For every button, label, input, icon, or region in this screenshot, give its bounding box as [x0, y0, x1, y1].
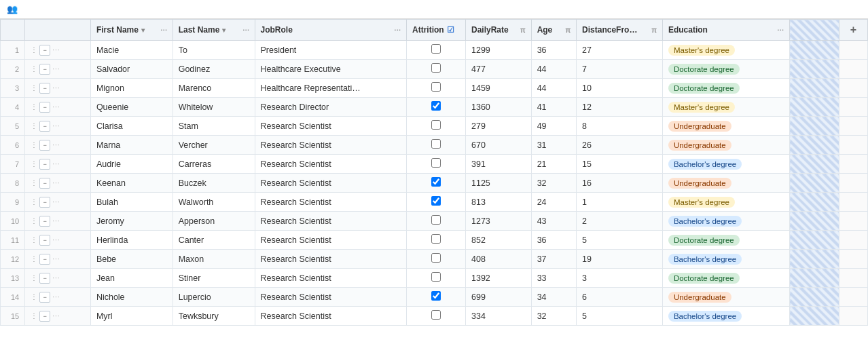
attrition-checkbox[interactable] — [431, 44, 441, 54]
attrition-checkbox[interactable] — [431, 101, 441, 111]
collapse-button[interactable]: − — [39, 273, 50, 284]
col-education-filter-icon[interactable]: ⋯ — [777, 26, 784, 34]
cell-job-role: Research Scientist — [255, 193, 407, 212]
cell-attrition[interactable] — [407, 307, 466, 326]
col-header-attrition[interactable]: Attrition ☑ — [407, 20, 466, 41]
attrition-checkbox[interactable] — [431, 120, 441, 130]
cell-attrition[interactable] — [407, 250, 466, 269]
col-header-distance[interactable]: DistanceFro… π — [577, 20, 663, 41]
cell-job-role: President — [255, 41, 407, 60]
cell-job-role: Research Scientist — [255, 269, 407, 288]
collapse-button[interactable]: − — [39, 254, 50, 265]
cell-job-role: Research Scientist — [255, 231, 407, 250]
collapse-button[interactable]: − — [39, 45, 50, 56]
expand-icon[interactable]: ⋮ — [31, 274, 37, 282]
col-firstname-filter-icon[interactable]: ⋯ — [160, 26, 167, 34]
collapse-button[interactable]: − — [39, 140, 50, 151]
cell-first-name: Keenan — [90, 174, 173, 193]
collapse-button[interactable]: − — [39, 235, 50, 246]
cell-attrition[interactable] — [407, 212, 466, 231]
cell-attrition[interactable] — [407, 193, 466, 212]
education-badge: Bachelor's degree — [668, 216, 742, 227]
cell-education: Bachelor's degree — [662, 250, 789, 269]
col-header-age[interactable]: Age π — [531, 20, 576, 41]
cell-education: Undergraduate — [662, 117, 789, 136]
cell-attrition[interactable] — [407, 136, 466, 155]
attrition-checkbox[interactable] — [431, 158, 441, 168]
cell-daily-rate: 699 — [465, 288, 531, 307]
cell-col-a — [790, 269, 839, 288]
expand-icon[interactable]: ⋮ — [31, 160, 37, 168]
col-header-education[interactable]: Education ⋯ — [662, 20, 789, 41]
cell-daily-rate: 1392 — [465, 269, 531, 288]
col-header-dailyrate[interactable]: DailyRate π — [465, 20, 531, 41]
cell-distance: 6 — [577, 288, 663, 307]
cell-attrition[interactable] — [407, 41, 466, 60]
cell-add-placeholder — [839, 212, 867, 231]
attrition-checkbox[interactable] — [431, 310, 441, 320]
attrition-checkbox[interactable] — [431, 272, 441, 282]
cell-attrition[interactable] — [407, 288, 466, 307]
attrition-checkbox[interactable] — [431, 234, 441, 244]
collapse-button[interactable]: − — [39, 64, 50, 75]
add-column-button[interactable]: + — [850, 24, 856, 35]
attrition-checkbox[interactable] — [431, 196, 441, 206]
cell-col-a — [790, 79, 839, 98]
attrition-checkbox[interactable] — [431, 63, 441, 73]
col-header-lastname[interactable]: Last Name ▾ ⋯ — [173, 20, 255, 41]
cell-daily-rate: 391 — [465, 155, 531, 174]
education-badge: Bachelor's degree — [668, 159, 742, 170]
collapse-button[interactable]: − — [39, 83, 50, 94]
collapse-button[interactable]: − — [39, 102, 50, 113]
expand-icon[interactable]: ⋮ — [31, 236, 37, 244]
cell-add-placeholder — [839, 155, 867, 174]
cell-attrition[interactable] — [407, 60, 466, 79]
col-jobrole-filter-icon[interactable]: ⋯ — [394, 26, 401, 34]
cell-attrition[interactable] — [407, 98, 466, 117]
expand-icon[interactable]: ⋮ — [31, 122, 37, 130]
cell-attrition[interactable] — [407, 117, 466, 136]
cell-attrition[interactable] — [407, 231, 466, 250]
collapse-button[interactable]: − — [39, 178, 50, 189]
expand-icon[interactable]: ⋮ — [31, 312, 37, 320]
table-row: 3 ⋮ − ··· MignonMarencoHealthcare Repres… — [1, 79, 868, 98]
expand-icon[interactable]: ⋮ — [31, 255, 37, 263]
attrition-checkbox[interactable] — [431, 177, 441, 187]
cell-attrition[interactable] — [407, 155, 466, 174]
row-number: 5 — [1, 117, 25, 136]
expand-icon[interactable]: ⋮ — [31, 198, 37, 206]
attrition-checkbox[interactable] — [431, 139, 441, 149]
table-row: 1 ⋮ − ··· MacieToPresident12993627Master… — [1, 41, 868, 60]
expand-icon[interactable]: ⋮ — [31, 217, 37, 225]
expand-icon[interactable]: ⋮ — [31, 46, 37, 54]
education-badge: Master's degree — [668, 45, 735, 56]
cell-education: Doctorate degree — [662, 269, 789, 288]
expand-icon[interactable]: ⋮ — [31, 293, 37, 301]
collapse-button[interactable]: − — [39, 216, 50, 227]
collapse-button[interactable]: − — [39, 197, 50, 208]
collapse-button[interactable]: − — [39, 159, 50, 170]
expand-icon[interactable]: ⋮ — [31, 179, 37, 187]
col-lastname-filter-icon[interactable]: ⋯ — [242, 26, 249, 34]
cell-col-a — [790, 136, 839, 155]
cell-attrition[interactable] — [407, 269, 466, 288]
row-dots: ··· — [52, 122, 60, 130]
expand-icon[interactable]: ⋮ — [31, 65, 37, 73]
attrition-checkbox[interactable] — [431, 253, 441, 263]
collapse-button[interactable]: − — [39, 311, 50, 322]
cell-distance: 12 — [577, 98, 663, 117]
col-header-firstname[interactable]: First Name ▾ ⋯ — [90, 20, 173, 41]
cell-attrition[interactable] — [407, 174, 466, 193]
expand-icon[interactable]: ⋮ — [31, 103, 37, 111]
expand-icon[interactable]: ⋮ — [31, 84, 37, 92]
expand-icon[interactable]: ⋮ — [31, 141, 37, 149]
collapse-button[interactable]: − — [39, 121, 50, 132]
attrition-checkbox[interactable] — [431, 82, 441, 92]
col-header-jobrole[interactable]: JobRole ⋯ — [255, 20, 407, 41]
attrition-checkbox[interactable] — [431, 215, 441, 225]
cell-attrition[interactable] — [407, 79, 466, 98]
collapse-button[interactable]: − — [39, 292, 50, 303]
col-lastname-label: Last Name — [179, 25, 220, 35]
col-header-add[interactable]: + — [839, 20, 867, 41]
attrition-checkbox[interactable] — [431, 291, 441, 301]
